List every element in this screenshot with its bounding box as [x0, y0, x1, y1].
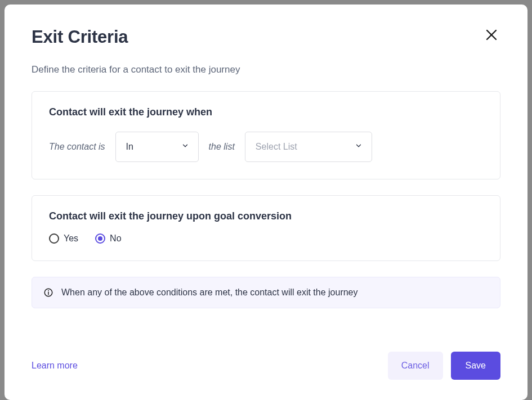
goal-conversion-title: Contact will exit the journey upon goal … — [49, 210, 483, 222]
radio-circle-icon — [49, 233, 59, 244]
cancel-button[interactable]: Cancel — [388, 352, 443, 380]
save-button[interactable]: Save — [451, 352, 500, 380]
criteria-prefix-label: The contact is — [49, 142, 105, 152]
exit-criteria-modal: Exit Criteria Define the criteria for a … — [5, 5, 527, 400]
radio-no-label: No — [110, 233, 121, 244]
radio-yes[interactable]: Yes — [49, 233, 78, 244]
modal-title: Exit Criteria — [32, 27, 128, 47]
condition-dropdown[interactable]: In — [115, 132, 199, 162]
exit-when-title: Contact will exit the journey when — [49, 106, 483, 118]
exit-when-panel: Contact will exit the journey when The c… — [32, 91, 500, 179]
info-banner-text: When any of the above conditions are met… — [61, 287, 358, 298]
criteria-row: The contact is In the list Select List — [49, 132, 483, 162]
radio-circle-selected-icon — [95, 233, 105, 244]
criteria-mid-label: the list — [209, 142, 235, 152]
modal-footer: Learn more Cancel Save — [32, 329, 500, 380]
radio-no[interactable]: No — [95, 233, 121, 244]
info-icon — [43, 287, 53, 298]
goal-conversion-radio-group: Yes No — [49, 233, 483, 244]
list-dropdown[interactable]: Select List — [245, 132, 372, 162]
radio-dot-icon — [98, 236, 102, 241]
modal-header: Exit Criteria — [32, 27, 500, 47]
goal-conversion-panel: Contact will exit the journey upon goal … — [32, 195, 500, 261]
close-icon — [485, 35, 498, 43]
condition-value: In — [126, 142, 133, 152]
modal-subtitle: Define the criteria for a contact to exi… — [32, 64, 500, 75]
close-button[interactable] — [482, 26, 500, 44]
radio-yes-label: Yes — [64, 233, 78, 244]
info-banner: When any of the above conditions are met… — [32, 277, 500, 308]
footer-buttons: Cancel Save — [388, 352, 500, 380]
chevron-down-icon — [355, 142, 363, 152]
learn-more-link[interactable]: Learn more — [32, 361, 78, 371]
list-placeholder: Select List — [256, 142, 297, 152]
svg-point-4 — [48, 290, 49, 291]
chevron-down-icon — [181, 142, 189, 152]
modal-backdrop: Exit Criteria Define the criteria for a … — [0, 0, 532, 400]
